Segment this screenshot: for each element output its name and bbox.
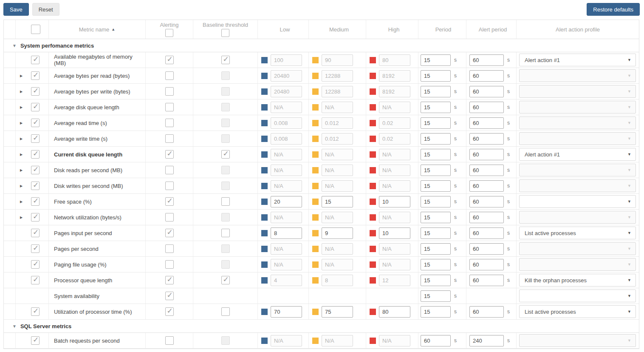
group-row[interactable]: ▼ SQL Server metrics [4, 320, 639, 333]
alert-period-input[interactable] [469, 227, 504, 239]
alerting-checkbox[interactable]: ✓ [165, 197, 174, 206]
expand-icon[interactable]: ▶ [20, 105, 27, 109]
low-input[interactable] [271, 227, 302, 239]
alerting-checkbox[interactable]: ✓ [165, 307, 174, 316]
alert-period-input[interactable] [469, 149, 504, 160]
select-all-checkbox[interactable] [31, 25, 40, 34]
period-input[interactable] [421, 290, 451, 302]
row-checkbox[interactable]: ✓ [31, 336, 40, 345]
save-button[interactable]: Save [3, 3, 29, 16]
collapse-icon[interactable]: ▼ [12, 43, 17, 48]
period-input[interactable] [421, 165, 451, 176]
baseline-checkbox[interactable] [221, 197, 230, 206]
alert-period-input[interactable] [469, 243, 504, 255]
baseline-checkbox[interactable]: ✓ [221, 276, 230, 284]
expand-icon[interactable]: ▶ [20, 168, 27, 172]
row-checkbox[interactable]: ✓ [31, 103, 40, 111]
medium-input[interactable] [322, 227, 353, 239]
high-input[interactable] [379, 196, 410, 207]
alerting-checkbox[interactable] [165, 213, 174, 221]
row-checkbox[interactable]: ✓ [31, 213, 40, 221]
period-input[interactable] [421, 102, 451, 113]
alert-action-select[interactable]: ▼ [519, 290, 636, 302]
alert-period-input[interactable] [469, 335, 504, 346]
alert-action-select[interactable]: Kill the orphan processes ▼ [519, 274, 636, 287]
expand-icon[interactable]: ▶ [20, 121, 27, 125]
period-input[interactable] [421, 335, 451, 346]
baseline-checkbox[interactable] [221, 229, 230, 237]
alerting-checkbox[interactable] [165, 182, 174, 190]
row-checkbox[interactable]: ✓ [31, 229, 40, 237]
low-input[interactable] [271, 196, 302, 207]
alert-period-input[interactable] [469, 306, 504, 318]
period-input[interactable] [421, 117, 451, 129]
alert-action-select[interactable]: ▼ [519, 195, 636, 208]
expand-icon[interactable]: ▶ [20, 90, 27, 94]
row-checkbox[interactable]: ✓ [31, 150, 40, 159]
period-input[interactable] [421, 149, 451, 160]
reset-button[interactable]: Reset [32, 3, 59, 16]
row-checkbox[interactable]: ✓ [31, 56, 40, 64]
row-checkbox[interactable]: ✓ [31, 244, 40, 253]
alerting-checkbox[interactable]: ✓ [165, 276, 174, 284]
row-checkbox[interactable]: ✓ [31, 182, 40, 190]
alerting-checkbox[interactable]: ✓ [165, 150, 174, 159]
collapse-icon[interactable]: ▼ [12, 324, 17, 329]
row-checkbox[interactable]: ✓ [31, 307, 40, 316]
period-input[interactable] [421, 54, 451, 66]
alert-action-select[interactable]: Alert action #1 ▼ [519, 54, 636, 66]
alert-period-input[interactable] [469, 102, 504, 113]
alert-period-input[interactable] [469, 259, 504, 270]
expand-icon[interactable]: ▶ [20, 200, 27, 204]
high-input[interactable] [379, 227, 410, 239]
period-input[interactable] [421, 259, 451, 270]
alerting-checkbox[interactable] [165, 119, 174, 127]
alerting-checkbox[interactable]: ✓ [165, 229, 174, 237]
period-input[interactable] [421, 275, 451, 286]
row-checkbox[interactable]: ✓ [31, 87, 40, 96]
alert-action-select[interactable]: List active processes ▼ [519, 227, 636, 239]
expand-icon[interactable]: ▶ [20, 153, 27, 156]
period-input[interactable] [421, 212, 451, 223]
group-row[interactable]: ▼ System perfomance metrics [4, 39, 639, 52]
row-checkbox[interactable]: ✓ [31, 166, 40, 174]
row-checkbox[interactable]: ✓ [31, 276, 40, 284]
alerting-checkbox[interactable] [165, 166, 174, 174]
alerting-checkbox[interactable] [165, 87, 174, 96]
alert-period-input[interactable] [469, 212, 504, 223]
high-input[interactable] [379, 306, 410, 318]
restore-defaults-button[interactable]: Restore defaults [587, 3, 640, 16]
low-input[interactable] [271, 306, 302, 318]
baseline-checkbox[interactable]: ✓ [221, 150, 230, 159]
alerting-checkbox[interactable]: ✓ [165, 292, 174, 300]
alerting-checkbox[interactable] [165, 103, 174, 111]
row-checkbox[interactable]: ✓ [31, 134, 40, 143]
period-input[interactable] [421, 70, 451, 82]
period-input[interactable] [421, 306, 451, 318]
alerting-checkbox[interactable] [165, 134, 174, 143]
medium-input[interactable] [322, 306, 353, 318]
period-input[interactable] [421, 196, 451, 207]
alerting-all-checkbox[interactable] [165, 29, 173, 37]
row-checkbox[interactable]: ✓ [31, 71, 40, 80]
alert-period-input[interactable] [469, 86, 504, 97]
period-input[interactable] [421, 180, 451, 192]
alerting-checkbox[interactable] [165, 336, 174, 345]
alerting-checkbox[interactable] [165, 244, 174, 253]
alerting-checkbox[interactable] [165, 71, 174, 80]
baseline-checkbox[interactable] [221, 307, 230, 316]
expand-icon[interactable]: ▶ [20, 74, 27, 78]
alert-period-input[interactable] [469, 117, 504, 129]
alert-period-input[interactable] [469, 275, 504, 286]
baseline-checkbox[interactable]: ✓ [221, 56, 230, 64]
alerting-checkbox[interactable] [165, 260, 174, 269]
alert-action-select[interactable]: List active processes ▼ [519, 305, 636, 318]
alert-period-input[interactable] [469, 133, 504, 145]
alert-period-input[interactable] [469, 180, 504, 192]
row-checkbox[interactable]: ✓ [31, 119, 40, 127]
alert-action-select[interactable]: Alert action #1 ▼ [519, 148, 636, 161]
header-metric-name[interactable]: Metric name ▲ [49, 20, 146, 39]
period-input[interactable] [421, 86, 451, 97]
period-input[interactable] [421, 243, 451, 255]
expand-icon[interactable]: ▶ [20, 216, 27, 219]
